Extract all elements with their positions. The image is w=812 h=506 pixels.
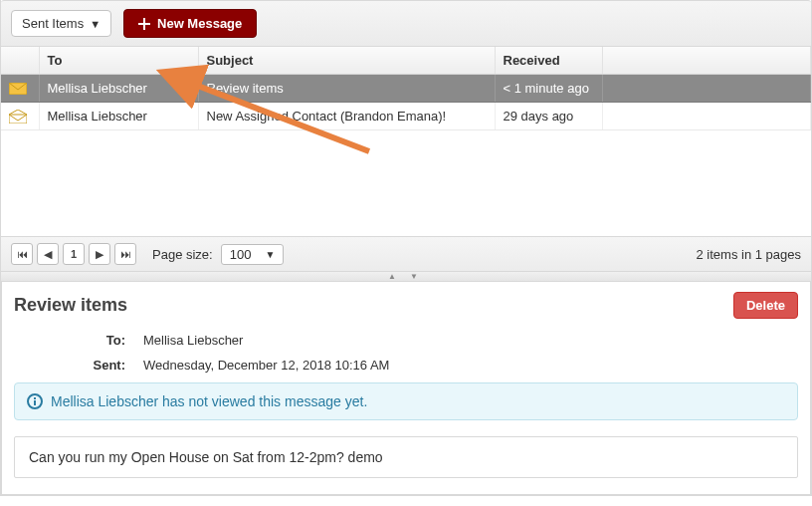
- svg-rect-6: [34, 400, 36, 405]
- folder-select[interactable]: Sent Items ▼: [11, 10, 111, 37]
- alert-text: Mellisa Liebscher has not viewed this me…: [51, 393, 367, 409]
- detail-to-value: Mellisa Liebscher: [143, 333, 243, 348]
- message-body: Can you run my Open House on Sat from 12…: [14, 436, 798, 478]
- page-size-value: 100: [230, 247, 252, 262]
- splitter-handle[interactable]: ▲ ▼: [1, 272, 811, 282]
- svg-rect-1: [138, 23, 150, 25]
- new-message-label: New Message: [157, 16, 242, 31]
- table-row[interactable]: Mellisa Liebscher Review items < 1 minut…: [1, 75, 811, 103]
- pager-next-button[interactable]: ▶: [89, 243, 110, 265]
- folder-selected-label: Sent Items: [22, 16, 84, 31]
- cell-received: 29 days ago: [495, 103, 602, 130]
- message-table-container: To Subject Received Mellisa Liebscher Re…: [1, 47, 811, 236]
- table-header-row: To Subject Received: [1, 47, 811, 75]
- svg-rect-7: [34, 397, 36, 399]
- pager-first-button[interactable]: ⏮: [11, 243, 33, 265]
- detail-sent-value: Wednesday, December 12, 2018 10:16 AM: [143, 358, 389, 373]
- detail-sent-label: Sent:: [14, 358, 143, 373]
- chevron-down-icon: ▼: [265, 249, 275, 260]
- mail-closed-icon: [1, 75, 39, 103]
- cell-to: Mellisa Liebscher: [39, 75, 198, 103]
- column-to[interactable]: To: [39, 47, 198, 75]
- pager-prev-button[interactable]: ◀: [37, 243, 59, 265]
- cell-subject: Review items: [198, 75, 495, 103]
- column-subject[interactable]: Subject: [198, 47, 495, 75]
- table-row[interactable]: Mellisa Liebscher New Assigned Contact (…: [1, 103, 811, 130]
- pager-current-page[interactable]: 1: [63, 243, 85, 265]
- detail-to-label: To:: [14, 333, 143, 348]
- cell-to: Mellisa Liebscher: [39, 103, 198, 130]
- delete-button[interactable]: Delete: [733, 292, 798, 319]
- mail-open-icon: [1, 103, 39, 130]
- pager-last-button[interactable]: ⏭: [114, 243, 136, 265]
- chevron-down-icon: ▼: [90, 18, 101, 30]
- page-size-label: Page size:: [152, 247, 213, 262]
- viewed-status-alert: Mellisa Liebscher has not viewed this me…: [14, 382, 798, 420]
- plus-icon: [138, 18, 150, 30]
- page-size-select[interactable]: 100 ▼: [221, 244, 285, 265]
- cell-received: < 1 minute ago: [495, 75, 602, 103]
- pager-summary: 2 items in 1 pages: [696, 247, 801, 262]
- detail-title: Review items: [14, 295, 127, 316]
- cell-subject: New Assigned Contact (Brandon Emana)!: [198, 103, 495, 130]
- column-received[interactable]: Received: [495, 47, 602, 75]
- new-message-button[interactable]: New Message: [123, 9, 257, 38]
- info-icon: [27, 393, 43, 409]
